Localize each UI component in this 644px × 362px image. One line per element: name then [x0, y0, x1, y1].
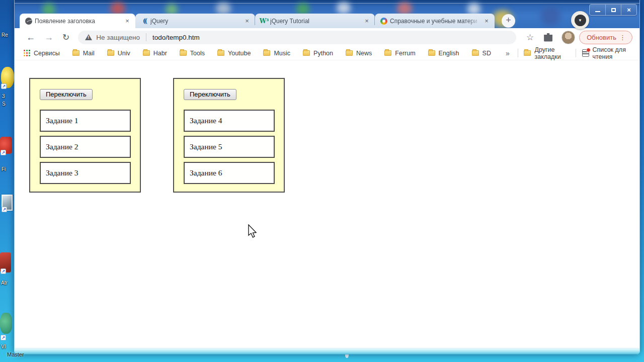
bookmark-label: Habr [153, 50, 167, 57]
new-tab-button[interactable]: + [502, 14, 515, 28]
not-secure-icon[interactable] [85, 34, 92, 40]
reading-list-label: Список для чтения [593, 46, 631, 60]
folder-icon [72, 50, 79, 56]
bookmark-star-icon[interactable]: ☆ [521, 32, 539, 43]
browser-window: × Появление заголовка × (( jQuery × W³ j… [14, 0, 640, 354]
shortcut-arrow-icon: ↗ [2, 207, 7, 212]
back-icon[interactable]: ← [22, 32, 40, 43]
toggle-button-1[interactable]: Переключить [40, 89, 93, 100]
desktop-icon-label: S [2, 101, 6, 107]
bookmark-label: Univ [118, 50, 130, 57]
menu-dots-icon[interactable]: ⋮ [616, 34, 629, 41]
desktop-icon[interactable] [0, 313, 12, 334]
address-bar[interactable]: Не защищено todo/temp0.htm [78, 31, 516, 44]
reload-icon[interactable]: ↻ [58, 32, 74, 43]
shortcut-arrow-icon: ↗ [1, 150, 6, 155]
tab-jquery[interactable]: (( jQuery × [135, 14, 255, 28]
shortcut-arrow-icon: ↗ [1, 83, 7, 89]
tab-close-icon[interactable]: × [482, 17, 491, 25]
desktop-icon-label: Fi [2, 166, 6, 172]
folder-icon [303, 50, 310, 56]
tab-title: Справочные и учебные матери [390, 18, 480, 25]
tab-close-icon[interactable]: × [363, 17, 371, 25]
browser-toolbar: ← → ↻ Не защищено todo/temp0.htm ☆ Обнов… [15, 28, 639, 46]
tab-active[interactable]: Появление заголовка × [20, 14, 135, 28]
bookmark-label: Tools [190, 50, 205, 57]
minimize-button[interactable] [590, 5, 605, 15]
bookmarks-separator [518, 49, 518, 57]
forward-icon[interactable]: → [40, 32, 58, 43]
task-panel-2: Переключить Задание 4 Задание 5 Задание … [173, 78, 285, 193]
task-item[interactable]: Задание 5 [184, 136, 275, 158]
close-window-button[interactable]: × [621, 5, 636, 15]
bookmark-label: SD [482, 50, 491, 57]
tab-title: jQuery Tutorial [270, 18, 361, 25]
bookmark-folder-news[interactable]: News [343, 49, 375, 58]
bookmark-label: Youtube [228, 50, 251, 57]
bookmark-label: Другие закладки [534, 46, 567, 60]
pinwheel-icon [380, 17, 388, 25]
bookmark-folder-univ[interactable]: Univ [104, 49, 133, 58]
minimize-icon [595, 11, 600, 12]
desktop-icon-label: Master [7, 351, 24, 357]
bookmark-folder-mail[interactable]: Mail [69, 49, 98, 58]
tab-jquery-tutorial[interactable]: W³ jQuery Tutorial × [255, 14, 375, 28]
security-label[interactable]: Не защищено [96, 34, 140, 41]
task-item[interactable]: Задание 6 [184, 162, 275, 184]
bookmark-label: Python [313, 50, 333, 57]
task-item[interactable]: Задание 3 [40, 162, 131, 184]
url-text[interactable]: todo/temp0.htm [152, 34, 200, 41]
reading-list-button[interactable]: Список для чтения [579, 45, 634, 61]
folder-icon [428, 50, 435, 56]
bookmark-folder-python[interactable]: Python [300, 49, 336, 58]
task-panel-1: Переключить Задание 1 Задание 2 Задание … [29, 78, 141, 193]
desktop-icon-label: 3 [2, 94, 5, 99]
apps-grid-icon [24, 50, 30, 56]
extensions-icon[interactable] [544, 33, 552, 42]
desktop: { "colors": { "glass_blue": "#3d78c8", "… [0, 0, 644, 362]
bookmark-folder-habr[interactable]: Habr [140, 49, 170, 58]
globe-icon [25, 17, 33, 25]
reading-list-icon [582, 49, 589, 57]
folder-icon [143, 50, 150, 56]
record-widget[interactable]: ▼ [571, 11, 589, 29]
bookmark-folder-sd[interactable]: SD [469, 49, 494, 58]
bookmarks-overflow-icon[interactable]: » [501, 49, 515, 57]
page-content: Переключить Задание 1 Задание 2 Задание … [15, 60, 639, 348]
desktop-icon-label: VI [1, 344, 6, 349]
bookmark-folder-english[interactable]: English [425, 49, 462, 58]
bookmark-folder-tools[interactable]: Tools [177, 49, 208, 58]
tab-close-icon[interactable]: × [243, 17, 251, 25]
other-bookmarks-folder[interactable]: Другие закладки [521, 45, 570, 61]
shortcut-arrow-icon: ↗ [1, 335, 6, 340]
task-item[interactable]: Задание 1 [40, 110, 131, 132]
omnibox-separator [146, 33, 146, 41]
task-item[interactable]: Задание 2 [40, 136, 131, 158]
jquery-icon: (( [140, 17, 148, 25]
bookmark-folder-youtube[interactable]: Youtube [214, 49, 254, 58]
bookmark-label: Music [274, 50, 290, 57]
bookmark-folder-music[interactable]: Music [260, 49, 293, 58]
glass-reflection [216, 3, 231, 15]
bookmark-folder-ferrum[interactable]: Ferrum [381, 49, 418, 58]
bookmark-label: Ferrum [395, 50, 415, 57]
maximize-button[interactable] [605, 5, 621, 15]
update-button[interactable]: Обновить ⋮ [579, 31, 632, 44]
bookmark-services[interactable]: Сервисы [21, 49, 63, 58]
folder-icon [472, 50, 479, 56]
shortcut-arrow-icon: ↗ [1, 268, 6, 274]
window-bottom-frame [15, 348, 639, 354]
bookmarks-bar: Сервисы Mail Univ Habr Tools Youtube Mus… [15, 46, 639, 60]
folder-icon [346, 50, 353, 56]
folder-icon [180, 50, 187, 56]
folder-icon [217, 50, 224, 56]
tab-close-icon[interactable]: × [123, 17, 131, 25]
maximize-icon [611, 8, 616, 12]
task-item[interactable]: Задание 4 [184, 110, 275, 132]
bookmark-label: Сервисы [34, 50, 60, 57]
toggle-button-2[interactable]: Переключить [184, 89, 236, 100]
update-label: Обновить [587, 34, 616, 41]
tab-reference[interactable]: Справочные и учебные матери × [375, 14, 495, 28]
desktop-icon-label: Atr [1, 280, 8, 286]
profile-avatar[interactable] [561, 31, 575, 44]
